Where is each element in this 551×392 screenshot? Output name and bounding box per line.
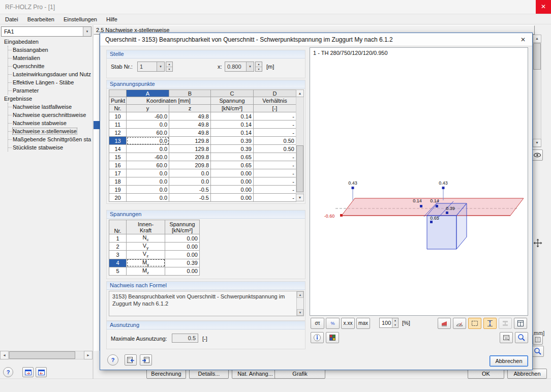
case-selector[interactable]: FA1 ▼: [1, 26, 91, 37]
cell-punkt-nr[interactable]: 12: [109, 129, 127, 137]
cell-verhaeltnis[interactable]: -: [254, 169, 296, 177]
tree-item[interactable]: Basisangaben: [8, 46, 93, 54]
selection-rect-icon[interactable]: [468, 318, 481, 329]
cell-z[interactable]: 49.8: [169, 112, 211, 120]
tree-item[interactable]: Maßgebende Schnittgrößen sta: [8, 135, 93, 143]
cell-verhaeltnis[interactable]: 0.50: [254, 137, 296, 145]
cell-nr[interactable]: 5: [109, 267, 127, 275]
toolbar-toggle-button[interactable]: max: [356, 318, 370, 329]
chevron-down-icon[interactable]: ▼: [83, 27, 91, 36]
stress-point-row[interactable]: 19 0.0 -0.5 0.00 -: [109, 186, 296, 194]
cell-y[interactable]: -60.0: [127, 112, 169, 120]
menu-item[interactable]: Hilfe: [103, 15, 120, 23]
cell-verhaeltnis[interactable]: -: [254, 120, 296, 129]
cell-spannung[interactable]: 0.14: [211, 120, 254, 129]
cell-spannung[interactable]: 0.14: [211, 112, 254, 120]
float-panel-icon[interactable]: [22, 367, 34, 377]
column-letters-row[interactable]: A B C D: [109, 90, 296, 97]
cell-spannung[interactable]: 0.00: [165, 267, 200, 275]
zoom-icon[interactable]: [532, 346, 544, 357]
scroll-down-icon[interactable]: ▼: [296, 194, 304, 201]
cell-y[interactable]: 0.0: [127, 120, 169, 129]
cell-y[interactable]: 60.0: [127, 129, 169, 137]
cell-verhaeltnis[interactable]: -: [254, 161, 296, 169]
cell-y[interactable]: 0.0: [127, 186, 169, 194]
internal-force-row[interactable]: 2 Vy 0.00: [109, 243, 200, 251]
tree-item[interactable]: Nachweise lastfallweise: [8, 103, 93, 111]
table-vscroll-thumb[interactable]: [296, 145, 303, 192]
cell-punkt-nr[interactable]: 18: [109, 177, 127, 186]
formel-scrollbar[interactable]: ▲ ▼: [296, 291, 303, 316]
tree-item[interactable]: Querschnitte: [8, 62, 93, 70]
cell-z[interactable]: -0.5: [169, 186, 211, 194]
cell-spannung[interactable]: 0.00: [165, 251, 200, 259]
cell-y[interactable]: 0.0: [127, 137, 169, 145]
section-gray-icon[interactable]: [499, 318, 512, 329]
dimension-icon[interactable]: [483, 318, 497, 329]
cell-nr[interactable]: 2: [109, 243, 127, 251]
stress-point-row[interactable]: 15 -60.0 209.8 0.65 -: [109, 153, 296, 161]
cell-verhaeltnis[interactable]: -: [254, 177, 296, 186]
cell-nr[interactable]: 3: [109, 251, 127, 259]
tree-item[interactable]: Materialien: [8, 54, 93, 62]
stress-point-row[interactable]: 20 0.0 -0.5 0.00 -: [109, 194, 296, 202]
scroll-left-icon[interactable]: ◄: [0, 351, 9, 359]
cell-spannung[interactable]: 0.00: [211, 194, 254, 202]
cell-z[interactable]: 49.8: [169, 120, 211, 129]
notebook-icon[interactable]: [533, 335, 543, 345]
cell-verhaeltnis[interactable]: -: [254, 186, 296, 194]
cell-y[interactable]: 0.0: [127, 169, 169, 177]
cell-spannung[interactable]: 0.00: [211, 186, 254, 194]
cell-z[interactable]: 0.0: [169, 169, 211, 177]
cell-z[interactable]: 129.8: [169, 137, 211, 145]
stress-diagram-icon[interactable]: [438, 318, 451, 329]
cell-y[interactable]: 0.0: [127, 145, 169, 153]
cell-punkt-nr[interactable]: 20: [109, 194, 127, 202]
graphic-panel[interactable]: 1 - TH 280/750/120/120/0.950 0.43 0.43 -…: [310, 47, 528, 316]
tree-item[interactable]: Lasteinwirkungsdauer und Nutz: [8, 70, 93, 78]
cell-punkt-nr[interactable]: 15: [109, 153, 127, 161]
menu-item[interactable]: Datei: [2, 15, 21, 23]
result-window-icon[interactable]: [514, 318, 527, 329]
chevron-down-icon[interactable]: ▼: [157, 62, 164, 71]
cell-spannung[interactable]: 0.39: [211, 145, 254, 153]
stress-point-row[interactable]: 11 0.0 49.8 0.14 -: [109, 120, 296, 129]
cell-punkt-nr[interactable]: 10: [109, 112, 127, 120]
internal-force-row[interactable]: 5 Mz 0.00: [109, 267, 200, 275]
abbrechen-button-background[interactable]: Abbrechen: [507, 369, 547, 379]
stress-point-row[interactable]: 18 0.0 0.0 0.00 -: [109, 177, 296, 186]
cell-punkt-nr[interactable]: 11: [109, 120, 127, 129]
tree-item[interactable]: Stückliste stabweise: [8, 143, 93, 152]
tree-item[interactable]: Nachweise stabweise: [8, 119, 93, 127]
toolbar-toggle-button[interactable]: %: [326, 318, 340, 329]
angle-icon[interactable]: [453, 318, 466, 329]
stab-nr-stepper[interactable]: ▲▼: [166, 62, 173, 72]
cell-spannung[interactable]: 0.00: [211, 169, 254, 177]
toolbar-toggle-button[interactable]: στ: [311, 318, 324, 329]
zoom-search-icon[interactable]: [515, 332, 528, 343]
stress-point-row[interactable]: 16 60.0 209.8 0.65 -: [109, 161, 296, 169]
cell-punkt-nr[interactable]: 16: [109, 161, 127, 169]
transfer-right-icon[interactable]: [140, 354, 152, 366]
ok-button[interactable]: OK: [468, 369, 504, 379]
dialog-close-button[interactable]: ✕: [517, 35, 529, 45]
window-close-button[interactable]: ✕: [536, 0, 551, 14]
cell-spannung[interactable]: 0.14: [211, 129, 254, 137]
cell-spannung[interactable]: 0.00: [165, 243, 200, 251]
scroll-up-icon[interactable]: ▲: [533, 35, 541, 43]
bg-vscroll-thumb[interactable]: [533, 43, 541, 70]
cell-punkt-nr[interactable]: 14: [109, 145, 127, 153]
cell-verhaeltnis[interactable]: -: [254, 153, 296, 161]
dock-panel-icon[interactable]: [36, 367, 47, 377]
cell-y[interactable]: 0.0: [127, 177, 169, 186]
palette-icon[interactable]: [326, 332, 339, 343]
help-button[interactable]: ?: [3, 367, 13, 377]
toolbar-toggle-button[interactable]: x.xx: [341, 318, 355, 329]
nat-anhang-button[interactable]: Nat. Anhang...: [232, 369, 279, 379]
cell-punkt-nr[interactable]: 19: [109, 186, 127, 194]
tree-group-ergebnisse[interactable]: Ergebnisse: [1, 95, 93, 103]
cell-z[interactable]: 209.8: [169, 153, 211, 161]
tree-group-eingabedaten[interactable]: Eingabedaten: [1, 38, 93, 46]
cell-verhaeltnis[interactable]: 0.50: [254, 145, 296, 153]
x-select[interactable]: 0.800 ▼: [225, 62, 254, 72]
